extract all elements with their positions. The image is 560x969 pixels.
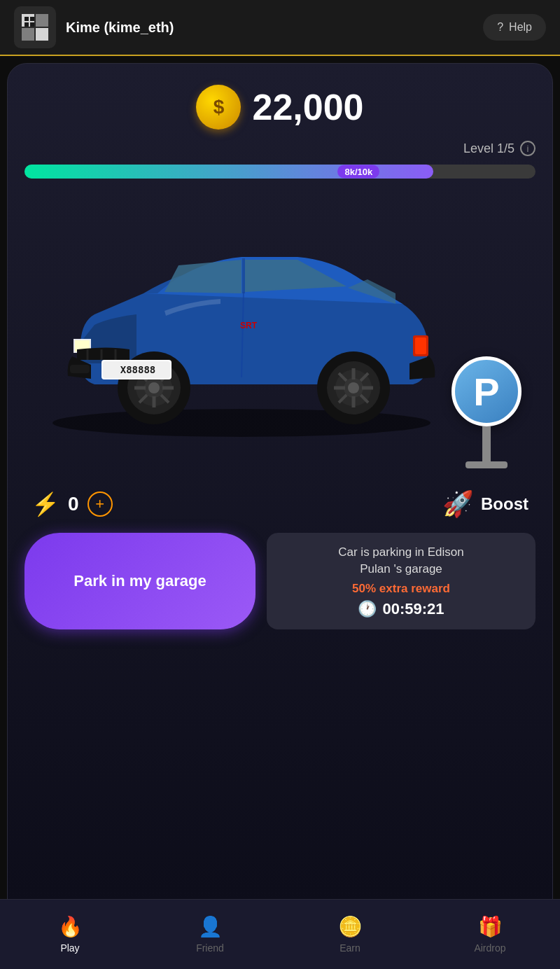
energy-count: 0 (68, 493, 79, 515)
svg-rect-5 (30, 17, 34, 21)
car-svg: X88888 SRT (24, 202, 458, 440)
action-row: Park in my garage Car is parking in Edis… (24, 533, 536, 629)
svg-rect-13 (415, 337, 426, 354)
add-energy-button[interactable]: + (88, 492, 113, 517)
level-row: Level 1/5 i (24, 141, 536, 156)
airdrop-icon: 🎁 (478, 915, 503, 938)
username-label: Kime (kime_eth) (66, 20, 174, 36)
coin-symbol: $ (214, 96, 225, 118)
nav-item-airdrop[interactable]: 🎁 Airdrop (420, 900, 560, 969)
main-content: $ 22,000 Level 1/5 i 8k/10k (7, 63, 553, 903)
nav-label-friend: Friend (196, 942, 224, 954)
bottom-nav: 🔥 Play 👤 Friend 🪙 Earn 🎁 Airdrop (0, 899, 560, 969)
svg-rect-1 (36, 14, 48, 27)
nav-item-friend[interactable]: 👤 Friend (140, 900, 280, 969)
parking-pole (482, 426, 491, 461)
app-logo (14, 6, 56, 48)
controls-row: ⚡ 0 + 🚀 Boost (24, 489, 536, 519)
boost-button[interactable]: 🚀 Boost (442, 489, 528, 519)
nav-label-airdrop: Airdrop (474, 942, 505, 954)
svg-text:X88888: X88888 (120, 364, 156, 375)
level-info-icon[interactable]: i (520, 141, 536, 156)
svg-point-39 (348, 382, 359, 393)
svg-rect-2 (22, 28, 34, 41)
boost-label: Boost (481, 494, 528, 514)
help-button[interactable]: ? Help (483, 14, 546, 41)
level-text: Level 1/5 (463, 141, 514, 156)
add-icon: + (95, 495, 104, 513)
parking-info-text: Car is parking in Edison Pulan 's garage (338, 544, 464, 578)
nav-item-play[interactable]: 🔥 Play (0, 900, 140, 969)
svg-rect-4 (24, 17, 29, 21)
extra-reward-text: 50% extra reward (352, 582, 450, 596)
svg-text:SRT: SRT (240, 321, 258, 330)
timer-value: 00:59:21 (382, 600, 444, 618)
svg-rect-3 (36, 28, 48, 41)
progress-bar-fill: 8k/10k (24, 165, 433, 179)
friend-icon: 👤 (198, 915, 223, 938)
nav-item-earn[interactable]: 🪙 Earn (280, 900, 420, 969)
progress-container: 8k/10k (24, 165, 536, 179)
lightning-icon: ⚡ (31, 491, 59, 517)
energy-section: ⚡ 0 + (31, 491, 113, 517)
svg-rect-6 (24, 22, 29, 27)
clock-icon: 🕐 (358, 600, 377, 618)
top-bar: Kime (kime_eth) ? Help (0, 0, 560, 56)
play-icon: 🔥 (58, 915, 83, 938)
parking-circle-icon: P (451, 356, 522, 426)
parking-info-box: Car is parking in Edison Pulan 's garage… (267, 533, 536, 629)
nav-label-play: Play (60, 942, 79, 954)
svg-rect-7 (30, 22, 34, 27)
car-area: X88888 SRT P (24, 195, 536, 489)
coin-icon: $ (196, 85, 241, 130)
nav-label-earn: Earn (340, 942, 360, 954)
help-label: Help (509, 21, 532, 34)
parking-base (465, 461, 507, 468)
boost-rocket-icon: 🚀 (442, 489, 474, 519)
progress-label: 8k/10k (337, 165, 379, 179)
timer-row: 🕐 00:59:21 (358, 600, 444, 618)
help-icon: ? (497, 21, 503, 34)
parking-sign: P (451, 356, 522, 468)
svg-point-26 (148, 382, 160, 393)
currency-row: $ 22,000 (24, 85, 536, 130)
svg-rect-11 (70, 365, 90, 373)
earn-icon: 🪙 (338, 915, 363, 938)
park-garage-button[interactable]: Park in my garage (24, 533, 255, 629)
top-bar-left: Kime (kime_eth) (14, 6, 174, 48)
currency-amount: 22,000 (252, 86, 363, 128)
progress-bar-bg: 8k/10k (24, 165, 536, 179)
